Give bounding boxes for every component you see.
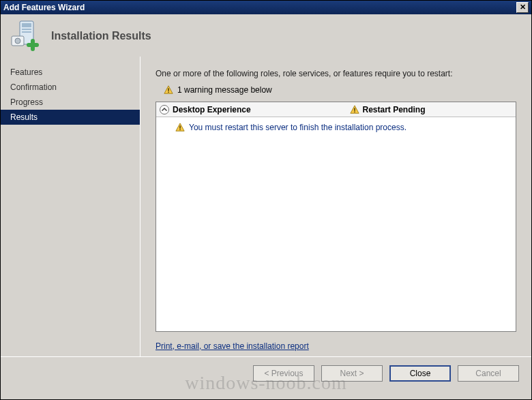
svg-rect-7	[31, 39, 35, 51]
svg-rect-2	[22, 29, 31, 30]
svg-rect-10	[168, 92, 168, 93]
close-button[interactable]: Close	[389, 365, 451, 382]
svg-point-5	[15, 38, 20, 44]
results-panel-header[interactable]: Desktop Experience Restart Pending	[156, 102, 516, 117]
sidebar-item-label: Confirmation	[10, 82, 57, 92]
feature-status: Restart Pending	[350, 105, 426, 114]
warning-summary-row: 1 warning message below	[164, 85, 516, 95]
cancel-button: Cancel	[458, 365, 519, 382]
svg-rect-1	[22, 23, 31, 27]
installation-report-link[interactable]: Print, e-mail, or save the installation …	[156, 341, 516, 351]
wizard-header: Installation Results	[1, 14, 531, 57]
warning-icon	[175, 123, 185, 132]
svg-point-11	[160, 105, 169, 114]
svg-rect-13	[354, 108, 355, 110]
warning-icon	[164, 85, 173, 95]
wizard-sidebar: Features Confirmation Progress Results	[1, 57, 141, 356]
wizard-footer: < Previous Next > Close Cancel	[1, 356, 531, 390]
warning-icon	[350, 105, 359, 114]
results-panel-body: You must restart this server to finish t…	[156, 117, 516, 138]
window-titlebar: Add Features Wizard ✕	[1, 1, 531, 14]
svg-rect-17	[179, 129, 180, 130]
next-button: Next >	[321, 365, 383, 382]
status-text: Restart Pending	[363, 105, 426, 114]
window-close-button[interactable]: ✕	[516, 2, 529, 13]
previous-button: < Previous	[253, 365, 314, 382]
intro-text: One or more of the following roles, role…	[156, 69, 516, 78]
window-title: Add Features Wizard	[3, 1, 85, 14]
close-icon: ✕	[520, 3, 526, 11]
sidebar-item-label: Results	[10, 112, 38, 122]
sidebar-item-progress[interactable]: Progress	[1, 95, 140, 110]
svg-rect-14	[354, 111, 355, 112]
sidebar-item-features[interactable]: Features	[1, 65, 140, 80]
svg-rect-16	[179, 125, 180, 128]
svg-rect-9	[168, 88, 168, 91]
page-title: Installation Results	[51, 30, 151, 42]
feature-name: Desktop Experience	[173, 105, 350, 114]
results-panel: Desktop Experience Restart Pending You m…	[156, 102, 516, 332]
wizard-main: One or more of the following roles, role…	[141, 57, 531, 356]
sidebar-item-label: Progress	[10, 97, 43, 107]
warning-message: You must restart this server to finish t…	[189, 123, 407, 132]
sidebar-item-results[interactable]: Results	[1, 110, 140, 125]
sidebar-item-label: Features	[10, 67, 42, 77]
warning-summary-text: 1 warning message below	[177, 85, 272, 95]
wizard-header-icon	[9, 20, 42, 52]
collapse-icon[interactable]	[159, 104, 170, 115]
svg-rect-3	[22, 31, 31, 33]
sidebar-item-confirmation[interactable]: Confirmation	[1, 80, 140, 95]
